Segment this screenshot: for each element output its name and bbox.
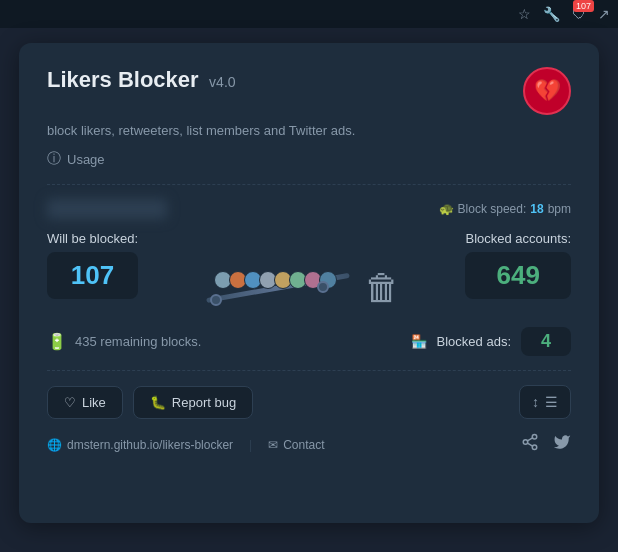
remaining-row: 🔋 435 remaining blocks. <box>47 332 201 351</box>
heart-icon: 💔 <box>534 78 561 104</box>
wheel-right <box>317 281 329 293</box>
report-bug-button[interactable]: 🐛 Report bug <box>133 386 253 419</box>
blocked-ads-count: 4 <box>521 327 571 356</box>
block-speed-value: 18 <box>530 202 543 216</box>
star-icon[interactable]: ☆ <box>518 6 531 22</box>
top-bar: ☆ 🔧 🛡 107 ↗ <box>0 0 618 28</box>
block-speed-label: Block speed: <box>458 202 527 216</box>
like-button[interactable]: ♡ Like <box>47 386 123 419</box>
blocked-ads-row: 🏪 Blocked ads: 4 <box>411 327 571 356</box>
sort-icon: ↕ <box>532 394 539 410</box>
website-url: dmstern.github.io/likers-blocker <box>67 438 233 452</box>
ads-icon: 🏪 <box>411 334 427 349</box>
footer-right <box>521 433 571 456</box>
speed-info: 🐢 Block speed: 18 bpm <box>439 202 571 216</box>
subtitle: block likers, retweeters, list members a… <box>47 123 571 138</box>
battery-icon: 🔋 <box>47 332 67 351</box>
divider-top <box>47 184 571 185</box>
app-icon: 💔 <box>523 67 571 115</box>
contact-link[interactable]: ✉ Contact <box>268 438 324 452</box>
filter-icon: ☰ <box>545 394 558 410</box>
main-card: Likers Blocker v4.0 💔 block likers, retw… <box>19 43 599 523</box>
report-bug-label: Report bug <box>172 395 236 410</box>
speed-emoji: 🐢 <box>439 202 454 216</box>
share-icon[interactable] <box>521 433 539 456</box>
header-row: Likers Blocker v4.0 💔 <box>47 67 571 115</box>
stats-row: 🐢 Block speed: 18 bpm <box>47 199 571 219</box>
app-title: Likers Blocker <box>47 67 199 92</box>
counts-row: Will be blocked: 107 <box>47 231 571 311</box>
info-icon: ⓘ <box>47 150 61 168</box>
action-right: ↕ ☰ <box>519 385 571 419</box>
export-icon[interactable]: ↗ <box>598 6 610 22</box>
svg-line-3 <box>527 443 532 446</box>
twitter-icon[interactable] <box>553 433 571 456</box>
footer-row: 🌐 dmstern.github.io/likers-blocker | ✉ C… <box>47 433 571 456</box>
divider-bottom <box>47 370 571 371</box>
animation-area: 🗑 <box>138 231 465 311</box>
footer-left: 🌐 dmstern.github.io/likers-blocker | ✉ C… <box>47 438 325 452</box>
mail-icon: ✉ <box>268 438 278 452</box>
wheel-left <box>210 294 222 306</box>
bottom-stats: 🔋 435 remaining blocks. 🏪 Blocked ads: 4 <box>47 327 571 356</box>
will-be-blocked-count: 107 <box>47 252 138 299</box>
remaining-blocks: 435 remaining blocks. <box>75 334 201 349</box>
heart-icon: ♡ <box>64 395 76 410</box>
blurred-content <box>47 199 167 219</box>
blocked-accounts-count: 649 <box>465 252 571 299</box>
conveyor-container: 🗑 <box>202 231 402 311</box>
app-version: v4.0 <box>209 74 235 90</box>
pipe-divider: | <box>249 438 252 452</box>
title-area: Likers Blocker v4.0 <box>47 67 236 93</box>
block-speed-unit: bpm <box>548 202 571 216</box>
svg-line-4 <box>527 438 532 441</box>
action-left: ♡ Like 🐛 Report bug <box>47 386 253 419</box>
blocked-accounts-label: Blocked accounts: <box>465 231 571 246</box>
badge-count: 107 <box>573 0 594 12</box>
blocked-ads-label: Blocked ads: <box>437 334 511 349</box>
usage-row[interactable]: ⓘ Usage <box>47 150 571 168</box>
like-label: Like <box>82 395 106 410</box>
avatars-container <box>214 271 334 289</box>
trash-icon: 🗑 <box>364 267 400 309</box>
contact-label: Contact <box>283 438 324 452</box>
badge-container[interactable]: 🛡 107 <box>572 6 586 22</box>
usage-label: Usage <box>67 152 105 167</box>
bug-icon: 🐛 <box>150 395 166 410</box>
website-link[interactable]: 🌐 dmstern.github.io/likers-blocker <box>47 438 233 452</box>
will-be-blocked-section: Will be blocked: 107 <box>47 231 138 299</box>
sort-filter-button[interactable]: ↕ ☰ <box>519 385 571 419</box>
will-be-blocked-label: Will be blocked: <box>47 231 138 246</box>
blocked-accounts-section: Blocked accounts: 649 <box>465 231 571 299</box>
tools-icon[interactable]: 🔧 <box>543 6 560 22</box>
globe-icon: 🌐 <box>47 438 62 452</box>
action-row: ♡ Like 🐛 Report bug ↕ ☰ <box>47 385 571 419</box>
